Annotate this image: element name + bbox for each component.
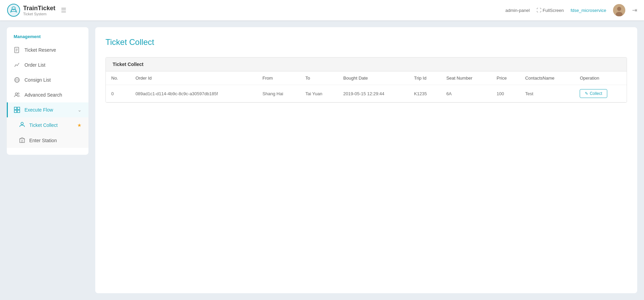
- avatar[interactable]: [613, 4, 625, 16]
- sidebar-subitem-label-enter-station: Enter Station: [29, 138, 57, 143]
- cell-to: Tai Yuan: [300, 85, 338, 102]
- grid-icon: [14, 106, 20, 113]
- table-card-header: Ticket Collect: [106, 57, 627, 71]
- cell-from: Shang Hai: [257, 85, 300, 102]
- cell-contacts-name: Test: [520, 85, 575, 102]
- table-card: Ticket Collect No. Order Id From To Boug…: [105, 57, 627, 103]
- svg-rect-15: [17, 107, 20, 110]
- people-icon: [14, 91, 20, 98]
- logo-area: TrainTicket Ticket System: [7, 3, 55, 17]
- logo-text: TrainTicket Ticket System: [23, 5, 55, 16]
- fullscreen-label: FullScreen: [543, 8, 564, 13]
- table-header-row: No. Order Id From To Bought Date Trip Id…: [106, 71, 627, 85]
- building-icon: [19, 137, 25, 144]
- globe-icon: [14, 77, 20, 83]
- edit-icon: ✎: [585, 91, 588, 96]
- col-order-id: Order Id: [130, 71, 257, 85]
- header-right: admin-panel ⛶ FullScreen fdse_microservi…: [506, 4, 637, 16]
- collect-button[interactable]: ✎ Collect: [580, 89, 607, 98]
- user-link[interactable]: fdse_microservice: [571, 8, 606, 13]
- logo-subtitle: Ticket System: [23, 12, 55, 16]
- management-label: Management: [7, 34, 88, 43]
- svg-point-0: [7, 4, 20, 16]
- svg-point-12: [15, 93, 17, 95]
- sidebar-item-consign-list[interactable]: Consign List: [7, 72, 88, 87]
- logo-title: TrainTicket: [23, 5, 55, 12]
- admin-panel-link[interactable]: admin-panel: [506, 8, 530, 13]
- svg-rect-14: [14, 107, 17, 110]
- svg-point-3: [617, 7, 621, 11]
- col-price: Price: [491, 71, 520, 85]
- logo-icon: [7, 3, 20, 17]
- cell-order-id: 089ad1c1-d114-4b9c-8c9c-a30597db185f: [130, 85, 257, 102]
- table-row: 0 089ad1c1-d114-4b9c-8c9c-a30597db185f S…: [106, 85, 627, 102]
- svg-rect-20: [21, 140, 23, 143]
- sidebar-subitem-ticket-collect[interactable]: Ticket Collect ★: [7, 117, 88, 133]
- document-icon: [14, 47, 20, 53]
- chart-icon: [14, 62, 20, 68]
- cell-price: 100: [491, 85, 520, 102]
- star-icon: ★: [77, 122, 82, 128]
- cell-bought-date: 2019-05-15 12:29:44: [338, 85, 409, 102]
- svg-point-18: [21, 122, 23, 125]
- data-table: No. Order Id From To Bought Date Trip Id…: [106, 71, 627, 102]
- cell-seat-number: 6A: [441, 85, 491, 102]
- header-left: TrainTicket Ticket System ☰: [7, 3, 66, 17]
- sidebar-label-advanced-search: Advanced Search: [24, 92, 62, 98]
- sidebar-label-ticket-reserve: Ticket Reserve: [24, 47, 56, 53]
- svg-rect-17: [17, 110, 20, 113]
- svg-rect-16: [14, 110, 17, 113]
- hamburger-icon[interactable]: ☰: [61, 6, 66, 14]
- avatar-image: [613, 4, 625, 16]
- content-area: Ticket Collect Ticket Collect No. Order …: [95, 27, 637, 293]
- sidebar-item-execute-flow[interactable]: Execute Flow ⌄: [7, 102, 88, 117]
- sidebar-subitem-label-ticket-collect: Ticket Collect: [29, 122, 58, 128]
- sidebar-label-order-list: Order List: [24, 62, 45, 68]
- col-to: To: [300, 71, 338, 85]
- sidebar-label-consign-list: Consign List: [24, 77, 51, 83]
- sidebar-item-order-list[interactable]: Order List: [7, 57, 88, 72]
- cell-trip-id: K1235: [409, 85, 441, 102]
- page-title: Ticket Collect: [105, 37, 627, 47]
- sidebar-item-ticket-reserve[interactable]: Ticket Reserve: [7, 43, 88, 57]
- sidebar-subitem-enter-station[interactable]: Enter Station: [7, 133, 88, 148]
- sidebar-item-advanced-search[interactable]: Advanced Search: [7, 87, 88, 102]
- col-bought-date: Bought Date: [338, 71, 409, 85]
- svg-point-13: [18, 93, 19, 94]
- sidebar: Management Ticket Reserve Order List: [7, 27, 88, 155]
- person-icon: [19, 121, 25, 129]
- sidebar-submenu: Ticket Collect ★ Enter Station: [7, 117, 88, 148]
- col-from: From: [257, 71, 300, 85]
- collect-label: Collect: [590, 91, 602, 96]
- col-no: No.: [106, 71, 130, 85]
- cell-no: 0: [106, 85, 130, 102]
- header: TrainTicket Ticket System ☰ admin-panel …: [0, 0, 644, 20]
- col-contacts-name: ContactsName: [520, 71, 575, 85]
- signout-icon[interactable]: ⇥: [632, 6, 637, 14]
- col-trip-id: Trip Id: [409, 71, 441, 85]
- main-layout: Management Ticket Reserve Order List: [0, 20, 644, 300]
- fullscreen-icon: ⛶: [536, 7, 541, 13]
- chevron-down-icon: ⌄: [78, 107, 82, 113]
- col-operation: Operation: [574, 71, 627, 85]
- sidebar-label-execute-flow: Execute Flow: [24, 107, 53, 113]
- cell-operation: ✎ Collect: [574, 85, 627, 102]
- col-seat-number: Seat Number: [441, 71, 491, 85]
- fullscreen-button[interactable]: ⛶ FullScreen: [536, 7, 564, 13]
